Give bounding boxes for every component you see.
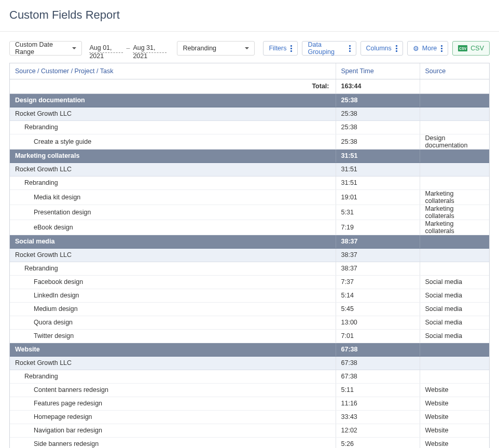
project-time: 31:51 [336, 176, 420, 189]
group-row[interactable]: Marketing collaterals31:51 [10, 149, 489, 162]
task-source: Website [420, 424, 489, 437]
project-row[interactable]: Rebranding67:38 [10, 370, 489, 383]
date-to[interactable]: Aug 31, 2021 [133, 44, 167, 53]
gear-icon: ⚙ [413, 45, 419, 52]
customer-row[interactable]: Rocket Growth LLC67:38 [10, 356, 489, 370]
project-name: Rebranding [10, 370, 336, 383]
date-separator: – [126, 45, 130, 52]
task-time: 33:43 [336, 410, 420, 424]
task-row[interactable]: Presentation design5:31Marketing collate… [10, 205, 489, 220]
task-time: 7:37 [336, 275, 420, 289]
task-time: 7:01 [336, 329, 420, 343]
group-row[interactable]: Design documentation25:38 [10, 93, 489, 107]
task-name: Quora design [10, 316, 336, 329]
csv-export-button[interactable]: CSV CSV [452, 41, 490, 56]
task-source: Marketing collaterals [420, 189, 489, 205]
page-title: Custom Fields Report [0, 0, 499, 32]
header-time[interactable]: Spent Time [336, 63, 420, 79]
task-time: 11:16 [336, 397, 420, 410]
group-row[interactable]: Social media38:37 [10, 235, 489, 248]
project-filter-dropdown[interactable]: Rebranding [177, 41, 255, 56]
project-source [420, 262, 489, 275]
caret-down-icon [72, 47, 76, 49]
task-name: Content banners redesign [10, 383, 336, 397]
task-name: Medium design [10, 302, 336, 316]
task-name: Media kit design [10, 189, 336, 205]
task-row[interactable]: eBook design7:19Marketing collaterals [10, 220, 489, 235]
customer-source [420, 356, 489, 370]
project-row[interactable]: Rebranding38:37 [10, 262, 489, 275]
task-row[interactable]: Twitter design7:01Social media [10, 329, 489, 343]
group-row[interactable]: Website67:38 [10, 343, 489, 356]
customer-row[interactable]: Rocket Growth LLC38:37 [10, 248, 489, 262]
customer-time: 67:38 [336, 356, 420, 370]
date-from[interactable]: Aug 01, 2021 [89, 44, 123, 53]
task-row[interactable]: Content banners redesign5:11Website [10, 383, 489, 397]
columns-button[interactable]: Columns [361, 41, 403, 56]
total-time: 163:44 [336, 79, 420, 93]
more-label: More [422, 45, 437, 52]
task-row[interactable]: Navigation bar redesign12:02Website [10, 424, 489, 437]
header-source[interactable]: Source [420, 63, 489, 79]
more-button[interactable]: ⚙ More [407, 41, 448, 56]
group-source [420, 235, 489, 248]
header-path[interactable]: Source / Customer / Project / Task [10, 63, 336, 79]
task-source: Website [420, 437, 489, 448]
task-name: eBook design [10, 220, 336, 235]
task-source: Marketing collaterals [420, 205, 489, 220]
project-name: Rebranding [10, 176, 336, 189]
task-row[interactable]: Side banners redesign5:26Website [10, 437, 489, 448]
task-row[interactable]: Quora design13:00Social media [10, 316, 489, 329]
task-source: Website [420, 410, 489, 424]
caret-down-icon [245, 47, 249, 49]
task-row[interactable]: Features page redesign11:16Website [10, 397, 489, 410]
project-row[interactable]: Rebranding25:38 [10, 120, 489, 134]
project-row[interactable]: Rebranding31:51 [10, 176, 489, 189]
customer-row[interactable]: Rocket Growth LLC31:51 [10, 162, 489, 176]
filters-label: Filters [269, 45, 286, 52]
customer-source [420, 162, 489, 176]
task-name: Facebook design [10, 275, 336, 289]
customer-time: 25:38 [336, 107, 420, 120]
task-row[interactable]: Medium design5:45Social media [10, 302, 489, 316]
project-source [420, 120, 489, 134]
group-time: 31:51 [336, 149, 420, 162]
task-row[interactable]: Homepage redesign33:43Website [10, 410, 489, 424]
project-time: 67:38 [336, 370, 420, 383]
group-name: Design documentation [10, 93, 336, 107]
task-time: 5:11 [336, 383, 420, 397]
group-name: Website [10, 343, 336, 356]
task-name: Navigation bar redesign [10, 424, 336, 437]
task-time: 5:14 [336, 289, 420, 302]
group-source [420, 149, 489, 162]
task-row[interactable]: LinkedIn design5:14Social media [10, 289, 489, 302]
task-row[interactable]: Create a style guide25:38Design document… [10, 134, 489, 149]
date-mode-dropdown[interactable]: Custom Date Range [9, 41, 82, 56]
customer-name: Rocket Growth LLC [10, 356, 336, 370]
total-label: Total: [10, 79, 336, 93]
group-time: 25:38 [336, 93, 420, 107]
filters-button[interactable]: Filters [263, 41, 298, 56]
project-source [420, 370, 489, 383]
task-time: 25:38 [336, 134, 420, 149]
task-time: 5:26 [336, 437, 420, 448]
customer-name: Rocket Growth LLC [10, 107, 336, 120]
customer-row[interactable]: Rocket Growth LLC25:38 [10, 107, 489, 120]
toolbar: Custom Date Range Aug 01, 2021 – Aug 31,… [0, 32, 499, 63]
task-row[interactable]: Facebook design7:37Social media [10, 275, 489, 289]
csv-icon: CSV [458, 45, 467, 51]
data-grouping-label: Data Grouping [308, 41, 344, 56]
vertical-dots-icon [441, 45, 442, 52]
project-filter-label: Rebranding [183, 45, 216, 52]
task-time: 13:00 [336, 316, 420, 329]
task-name: Features page redesign [10, 397, 336, 410]
customer-source [420, 248, 489, 262]
group-source [420, 93, 489, 107]
project-name: Rebranding [10, 120, 336, 134]
data-grouping-button[interactable]: Data Grouping [302, 41, 356, 56]
task-row[interactable]: Media kit design19:01Marketing collatera… [10, 189, 489, 205]
report-table: Source / Customer / Project / Task Spent… [10, 63, 489, 448]
group-name: Social media [10, 235, 336, 248]
group-time: 38:37 [336, 235, 420, 248]
group-source [420, 343, 489, 356]
